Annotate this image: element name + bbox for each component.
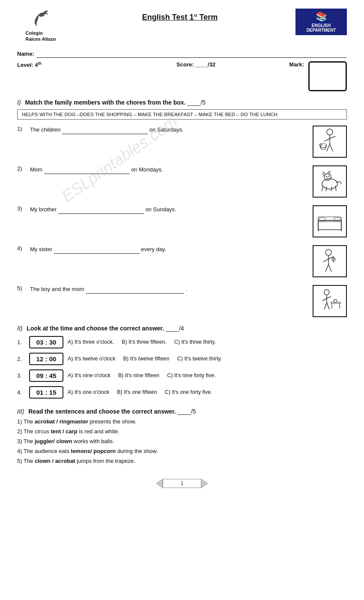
- svg-line-13: [326, 186, 327, 191]
- item-text-before: The: [24, 418, 35, 425]
- list-item: 1) The acrobat / ringmaster presents the…: [17, 418, 347, 425]
- item-text-after: jumps from the trapeze.: [75, 458, 135, 464]
- level-score-row: Level: 4th Score: ____/32 Mark:: [17, 61, 347, 91]
- books-icon: 📚: [298, 11, 344, 22]
- fill-blank-2: [44, 167, 130, 174]
- item-number: 1): [17, 126, 27, 132]
- svg-marker-40: [201, 479, 208, 488]
- section2-points: ____/4: [166, 325, 184, 332]
- item-bold-choice: lemons/ popcorn: [71, 448, 116, 454]
- item-image-2: [313, 165, 347, 198]
- svg-marker-38: [156, 479, 163, 488]
- svg-line-5: [330, 144, 333, 151]
- time-display-3: 09 : 45: [29, 369, 63, 382]
- section1-roman: I): [17, 99, 21, 106]
- svg-line-3: [330, 136, 335, 138]
- list-item: 3) The juggler/ clown works with balls.: [17, 438, 347, 444]
- mark-box: [308, 61, 347, 91]
- page-title-block: English Test 1st Term: [64, 9, 295, 22]
- logo-left: Colegio Raices Altazo: [17, 9, 64, 42]
- time-options-3: A) It's nine o'clock B) It's nine fiftee…: [68, 372, 216, 378]
- time-display-1: 03 : 30: [29, 336, 63, 348]
- list-item: 4) The audience eats lemons/ popcorn dur…: [17, 448, 347, 454]
- chores-box: HELPS WITH THE DOG –DOES THE SHOPPING – …: [17, 109, 347, 120]
- svg-line-14: [331, 186, 332, 191]
- section3-instruction: Read the sentences and choose the correc…: [28, 408, 176, 415]
- item-number: 5): [17, 458, 22, 464]
- logo-text: Colegio Raices Altazo: [25, 30, 56, 42]
- bird-icon: [32, 9, 49, 30]
- time-options-2: A) It's twelve o'clock B) It's twelve fi…: [68, 356, 222, 362]
- section2-roman: II): [17, 325, 22, 332]
- time-option-b: B) It's twelve fifteen: [123, 356, 170, 362]
- time-option-a: A) It's nine o'clock: [68, 372, 110, 378]
- time-option-c: C) It's three thirty.: [174, 339, 216, 345]
- item-image-4: [313, 245, 347, 277]
- item-number: 1.: [17, 339, 25, 345]
- page-header: Colegio Raices Altazo English Test 1st T…: [17, 9, 347, 42]
- item-text: The children on Saturdays.: [30, 126, 309, 135]
- fill-blank-5: [86, 287, 184, 294]
- item-text-before: The: [24, 438, 35, 444]
- time-display-2: 12 : 00: [29, 353, 63, 365]
- time-options-4: A) It's one o'clock B) It's one fifteen …: [68, 389, 212, 395]
- svg-line-31: [327, 297, 331, 298]
- item-number: 4): [17, 448, 22, 454]
- svg-point-10: [326, 176, 328, 177]
- list-item: 3. 09 : 45 A) It's nine o'clock B) It's …: [17, 369, 347, 382]
- svg-point-28: [324, 290, 329, 295]
- logo-right-text: ENGLISH DEPARTMENT: [307, 23, 336, 33]
- item-bold-choice: tent / carp: [51, 428, 78, 435]
- svg-line-33: [327, 303, 329, 309]
- time-option-a: A) It's twelve o'clock: [68, 356, 116, 362]
- chores-image-3: [315, 207, 345, 235]
- svg-rect-20: [319, 218, 325, 221]
- item-bold-choice: clown / acrobat: [35, 458, 75, 464]
- list-item: 5) The clown / acrobat jumps from the tr…: [17, 458, 347, 464]
- time-option-b: B) It's three fifteen.: [122, 339, 167, 345]
- time-option-c: C) It's twelve thirty.: [177, 356, 222, 362]
- section1-instruction: Match the family members with the chores…: [25, 99, 185, 106]
- list-item: 2) The circus tent / carp is red and whi…: [17, 428, 347, 435]
- time-option-b: B) It's one fifteen: [117, 389, 157, 395]
- list-item: 4) My sister every day.: [17, 245, 347, 277]
- section3-points: ____/5: [178, 408, 196, 415]
- svg-line-4: [327, 144, 330, 151]
- logo-right: 📚 ENGLISH DEPARTMENT: [295, 9, 347, 35]
- item-number: 3): [17, 438, 22, 444]
- mark-block: Mark:: [289, 61, 347, 91]
- svg-point-22: [325, 249, 331, 255]
- section3-title: III) Read the sentences and choose the c…: [17, 408, 347, 415]
- list-item: 2) Mom on Mondays.: [17, 165, 347, 198]
- item-text-after: during the show.: [116, 448, 158, 454]
- item-number: 3): [17, 205, 27, 212]
- item-number: 5): [17, 285, 27, 291]
- svg-point-9: [324, 174, 331, 180]
- level-block: Level: 4th: [17, 61, 103, 68]
- section2-items: 1. 03 : 30 A) It's three o'clock. B) It'…: [17, 336, 347, 399]
- svg-line-30: [322, 298, 327, 301]
- list-item: 3) My brother on Sundays.: [17, 205, 347, 237]
- item-number: 2): [17, 428, 22, 435]
- item-bold-choice: juggler/ clown: [35, 438, 72, 444]
- section2-title: II) Look at the time and choose the corr…: [17, 325, 347, 332]
- page-footer: 1: [17, 477, 347, 490]
- fill-blank-3: [58, 207, 144, 214]
- time-option-c: C) It's nine forty five.: [167, 372, 216, 378]
- time-options-1: A) It's three o'clock. B) It's three fif…: [68, 339, 216, 345]
- name-underline: [37, 50, 347, 58]
- item-text: My sister every day.: [30, 245, 309, 254]
- time-option-a: A) It's one o'clock: [68, 389, 109, 395]
- item-number: 1): [17, 418, 22, 425]
- svg-line-26: [325, 264, 328, 272]
- chores-image-2: [315, 168, 345, 195]
- list-item: 1) The children on Saturdays.: [17, 126, 347, 158]
- item-number: 2.: [17, 356, 25, 362]
- svg-line-24: [323, 259, 328, 262]
- item-text-after: presents the show.: [88, 418, 136, 425]
- page-title: English Test 1st Term: [142, 13, 218, 21]
- item-bold-choice: acrobat / ringmaster: [35, 418, 88, 425]
- item-number: 4): [17, 245, 27, 252]
- name-field-row: Name:: [17, 50, 347, 58]
- score-block: Score: ____/32: [103, 61, 289, 68]
